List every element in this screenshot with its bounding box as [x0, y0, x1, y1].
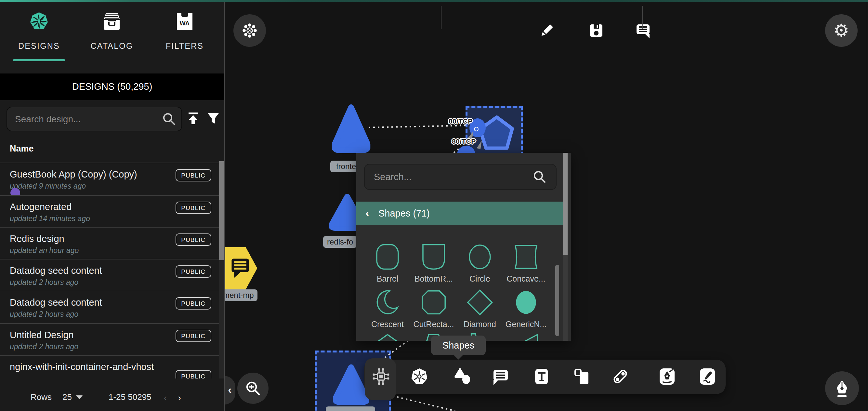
meshery-designs-icon	[29, 12, 49, 31]
design-row[interactable]: Autogenerated updated 14 minutes ago PUB…	[0, 195, 219, 228]
design-row[interactable]: GuestBook App (Copy) (Copy) updated 9 mi…	[0, 163, 219, 196]
dock-text-button[interactable]	[532, 367, 551, 386]
component-flower-icon	[241, 22, 258, 39]
design-canvas[interactable]: frontend redis-fo ment-mp 80/TCP 8	[224, 0, 868, 411]
comments-icon[interactable]	[634, 22, 651, 39]
design-updated: updated an hour ago	[10, 246, 79, 254]
dock-divider	[642, 6, 643, 29]
design-search-input[interactable]	[14, 107, 156, 131]
shapes-panel: ‹ Shapes (71) Barrel BottomR... Circle C…	[356, 153, 571, 341]
shape-item-partial[interactable]	[503, 331, 549, 341]
active-tab-indicator	[13, 59, 65, 61]
shapes-tooltip-label: Shapes	[442, 340, 474, 351]
search-icon	[532, 170, 547, 184]
design-name: nginx-with-init-container-and-vhost	[10, 361, 154, 372]
settings-button[interactable]: ⚙	[825, 14, 858, 47]
dock-kubernetes-button[interactable]	[410, 367, 429, 386]
dock-link-button[interactable]	[611, 367, 630, 386]
rows-per-page-label: Rows	[31, 392, 52, 402]
zoom-in-button[interactable]	[237, 373, 269, 404]
dock-divider	[441, 6, 441, 29]
shapes-search-input[interactable]	[373, 165, 531, 189]
catalog-archive-icon	[102, 12, 122, 31]
chevron-left-icon[interactable]: ‹	[356, 207, 378, 220]
dock-comment-button[interactable]	[491, 367, 510, 386]
filter-funnel-icon[interactable]	[206, 111, 220, 125]
shape-item-circle[interactable]: Circle	[457, 242, 503, 284]
shape-item-cutrectangle[interactable]: CutRecta...	[411, 288, 457, 329]
visibility-badge: PUBLIC	[175, 265, 211, 278]
dock-note-button[interactable]	[572, 367, 592, 386]
edit-pencil-icon[interactable]	[538, 22, 555, 39]
visibility-badge: PUBLIC	[175, 169, 211, 181]
next-page-button[interactable]: ›	[178, 392, 181, 404]
design-name: Autogenerated	[10, 202, 71, 212]
tab-designs-label: DESIGNS	[5, 41, 73, 51]
design-name: Untitled Design	[10, 330, 74, 340]
app-root: DESIGNS CATALOG WA FI	[0, 0, 868, 411]
design-name: Redis design	[10, 233, 64, 244]
dock-shapes-button[interactable]	[453, 366, 473, 386]
tab-filters-label: FILTERS	[151, 41, 218, 51]
tab-catalog[interactable]: CATALOG	[78, 5, 146, 62]
search-icon	[162, 112, 176, 126]
rows-per-page-select[interactable]: 25	[62, 392, 72, 402]
design-updated: updated 2 hours ago	[10, 343, 79, 351]
design-row[interactable]: Datadog seed content updated 2 hours ago…	[0, 291, 219, 324]
design-row[interactable]: Redis design updated an hour ago PUBLIC	[0, 227, 219, 260]
sidebar-header: DESIGNS (50,295)	[0, 74, 224, 100]
tab-filters[interactable]: WA FILTERS	[151, 5, 218, 62]
panel-scrollbar-thumb[interactable]	[563, 153, 568, 255]
shapes-search-box	[364, 164, 557, 190]
design-pen-fab[interactable]	[825, 371, 859, 405]
pen-nib-icon	[833, 379, 851, 397]
shapes-category-header[interactable]: ‹ Shapes (71)	[356, 202, 563, 225]
chevron-left-icon: ‹	[228, 384, 231, 397]
design-name: Datadog seed content	[10, 265, 102, 276]
grid-scrollbar-thumb[interactable]	[555, 265, 559, 336]
design-row[interactable]: Datadog seed content updated 2 hours ago…	[0, 259, 219, 292]
sidebar-scrollbar-thumb[interactable]	[219, 161, 224, 260]
dock-freehand-button[interactable]	[698, 367, 717, 386]
shape-item-concave[interactable]: Concave...	[503, 242, 549, 284]
wasm-filters-icon: WA	[175, 12, 194, 31]
sidebar: DESIGNS CATALOG WA FI	[0, 0, 225, 411]
window-accent-line	[0, 0, 868, 2]
design-name: GuestBook App (Copy) (Copy)	[10, 169, 137, 179]
shapes-category-label: Shapes (71)	[378, 208, 430, 218]
prev-page-button[interactable]: ‹	[164, 392, 167, 404]
shape-item-genericnode[interactable]: GenericN...	[503, 288, 549, 329]
port-label-2: 80/TCP	[452, 137, 476, 145]
svg-text:WA: WA	[180, 20, 190, 27]
zoom-in-icon	[245, 380, 261, 397]
design-updated: updated 14 minutes ago	[10, 215, 90, 223]
design-updated: updated 2 hours ago	[10, 278, 79, 286]
shapes-tooltip: Shapes	[431, 335, 486, 355]
window-right-edge	[866, 0, 867, 411]
pagination-range: 1-25 50295	[108, 392, 152, 402]
design-updated: updated 9 minutes ago	[10, 182, 86, 190]
save-icon[interactable]	[588, 22, 605, 39]
dock-pen-tool-button[interactable]	[657, 367, 677, 386]
column-header-name: Name	[10, 144, 34, 153]
design-row[interactable]: nginx-with-init-container-and-vhost PUBL…	[0, 355, 219, 379]
tab-catalog-label: CATALOG	[78, 41, 146, 51]
visibility-badge: PUBLIC	[175, 370, 211, 379]
gear-icon: ⚙	[834, 14, 849, 47]
tab-designs[interactable]: DESIGNS	[5, 5, 73, 62]
pagination-bar: Rows 25 1-25 50295 ‹ ›	[0, 384, 224, 411]
design-name: Datadog seed content	[10, 297, 102, 307]
shape-item-partial[interactable]	[365, 331, 410, 341]
rows-per-page-caret-icon[interactable]	[76, 395, 83, 399]
designs-count-title: DESIGNS (50,295)	[0, 81, 224, 92]
shape-item-diamond[interactable]: Diamond	[457, 288, 503, 329]
canvas-mode-button[interactable]	[234, 14, 266, 47]
dock-components-button[interactable]	[371, 367, 391, 386]
visibility-badge: PUBLIC	[175, 233, 211, 246]
owner-avatar	[10, 188, 20, 195]
shape-item-barrel[interactable]: Barrel	[365, 242, 410, 284]
design-row[interactable]: Untitled Design updated 2 hours ago PUBL…	[0, 323, 219, 356]
shape-item-bottomround[interactable]: BottomR...	[411, 242, 457, 284]
upload-design-icon[interactable]	[186, 111, 200, 125]
shape-item-crescent[interactable]: Crescent	[365, 288, 410, 329]
